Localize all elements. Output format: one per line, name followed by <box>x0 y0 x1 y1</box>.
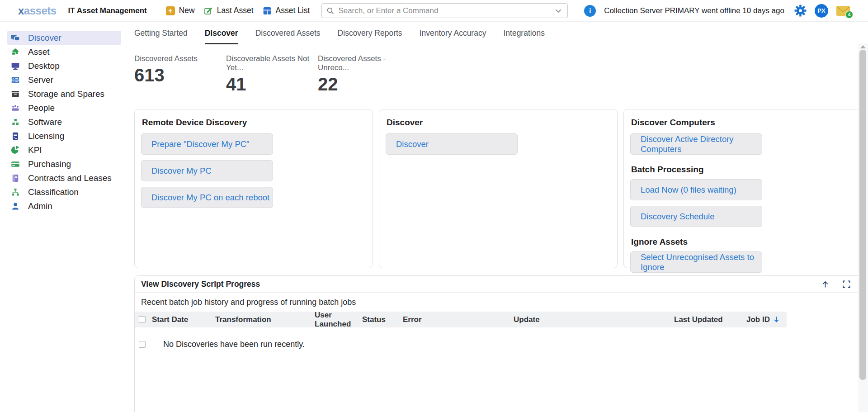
sidebar-item-server[interactable]: Server <box>7 73 121 87</box>
panel-subtitle: Recent batch job history and progress of… <box>135 293 862 312</box>
column-update[interactable]: Update <box>514 315 674 324</box>
xassets-logo[interactable]: xassets <box>18 5 57 17</box>
stat-discoverable-not-yet: Discoverable Assets Not Yet... 41 <box>226 54 318 94</box>
card-title: Discover <box>387 118 611 128</box>
home-icon <box>11 47 20 57</box>
topbar-right: i Collection Server PRIMARY went offline… <box>584 4 868 18</box>
column-transformation[interactable]: Transformation <box>215 315 315 324</box>
layout: Discover Asset Desktop Server Storage an… <box>0 22 868 412</box>
sidebar-item-kpi[interactable]: KPI <box>7 143 121 157</box>
column-start-date[interactable]: Start Date <box>152 315 215 324</box>
sidebar-item-contracts-and-leases[interactable]: Contracts and Leases <box>7 171 121 185</box>
column-job-id-label: Job ID <box>746 315 770 324</box>
stat-value: 22 <box>318 75 410 94</box>
vertical-scrollbar[interactable] <box>858 43 868 412</box>
search-box[interactable] <box>321 3 568 18</box>
panel-header: View Discovery Script Progress <box>135 276 862 293</box>
sidebar-label: Licensing <box>28 131 64 141</box>
stats-row: Discovered Assets 613 Discoverable Asset… <box>134 54 868 94</box>
arrow-up-icon[interactable] <box>821 280 830 289</box>
asset-list-button[interactable]: Asset List <box>263 6 310 15</box>
sidebar-item-people[interactable]: People <box>7 101 121 115</box>
sidebar-label: Admin <box>28 201 52 211</box>
scrollbar-thumb[interactable] <box>859 50 866 380</box>
cards-row: Remote Device Discovery Prepare "Discove… <box>134 109 868 268</box>
discovery-progress-panel: View Discovery Script Progress Recent ba… <box>134 275 862 412</box>
empty-table-row: No Discoveries have been run recently. <box>135 340 862 349</box>
expand-icon[interactable] <box>842 280 851 289</box>
tab-getting-started[interactable]: Getting Started <box>134 28 188 44</box>
empty-message: No Discoveries have been run recently. <box>163 340 305 349</box>
sidebar-item-storage-and-spares[interactable]: Storage and Spares <box>7 87 121 101</box>
panel-title: View Discovery Script Progress <box>141 279 260 289</box>
cubes-icon <box>11 118 20 127</box>
mail-badge: 4 <box>845 11 853 19</box>
column-error[interactable]: Error <box>403 315 514 324</box>
header-checkbox-cell <box>135 316 152 323</box>
org-chart-icon <box>11 188 20 197</box>
new-button-label: New <box>179 6 195 15</box>
info-icon[interactable]: i <box>584 5 596 17</box>
prepare-discover-my-pc-button[interactable]: Prepare "Discover My PC" <box>141 133 273 155</box>
monitor-icon <box>11 62 20 71</box>
edit-icon <box>204 6 213 15</box>
card-title: Ignore Assets <box>631 237 855 247</box>
sidebar-item-admin[interactable]: Admin <box>7 199 121 213</box>
scrollbar-up-arrow-icon[interactable] <box>860 45 866 48</box>
tab-bar: Getting Started Discover Discovered Asse… <box>134 28 868 44</box>
column-status[interactable]: Status <box>362 315 403 324</box>
sidebar-label: Server <box>28 75 53 85</box>
column-last-updated[interactable]: Last Updated <box>674 315 746 324</box>
sort-desc-icon <box>773 316 780 323</box>
table-icon <box>263 6 272 15</box>
sidebar-label: Storage and Spares <box>28 89 104 99</box>
sidebar-item-asset[interactable]: Asset <box>7 45 121 59</box>
credit-card-icon <box>11 160 20 169</box>
search-icon <box>326 7 335 15</box>
chevron-down-icon[interactable] <box>554 6 563 15</box>
card-discover: Discover Discover <box>379 109 618 268</box>
panel-toolbar <box>821 280 851 289</box>
card-title: Discover Computers <box>631 118 855 128</box>
avatar[interactable]: PX <box>815 4 828 18</box>
discover-my-pc-button[interactable]: Discover My PC <box>141 160 273 181</box>
discover-my-pc-reboot-button[interactable]: Discover My PC on each reboot <box>141 187 273 208</box>
card-title: Batch Processing <box>631 165 855 175</box>
card-discover-computers: Discover Computers Discover Active Direc… <box>623 109 862 268</box>
stat-value: 613 <box>134 66 226 85</box>
tab-integrations[interactable]: Integrations <box>503 28 544 44</box>
last-asset-button[interactable]: Last Asset <box>204 6 254 15</box>
sidebar: Discover Asset Desktop Server Storage an… <box>0 22 125 412</box>
load-now-button[interactable]: Load Now (0 files waiting) <box>630 179 762 200</box>
main-content: Getting Started Discover Discovered Asse… <box>125 22 868 412</box>
column-job-id[interactable]: Job ID <box>746 315 787 324</box>
mail-icon[interactable]: 4 <box>836 6 850 16</box>
stat-value: 41 <box>226 75 318 94</box>
sidebar-label: KPI <box>28 145 42 155</box>
discover-button[interactable]: Discover <box>386 133 518 155</box>
sidebar-item-discover[interactable]: Discover <box>7 31 121 45</box>
last-asset-label: Last Asset <box>217 6 254 15</box>
select-all-checkbox[interactable] <box>139 316 146 323</box>
notification-text: Collection Server PRIMARY went offline 1… <box>604 6 784 15</box>
sidebar-item-classification[interactable]: Classification <box>7 185 121 199</box>
select-unrecognised-button[interactable]: Select Unrecognised Assets to Ignore <box>630 251 762 273</box>
tab-discovered-assets[interactable]: Discovered Assets <box>255 28 321 44</box>
sidebar-item-desktop[interactable]: Desktop <box>7 59 121 73</box>
discover-ad-computers-button[interactable]: Discover Active Directory Computers <box>630 133 762 155</box>
gear-icon[interactable] <box>794 5 807 17</box>
sidebar-item-licensing[interactable]: Licensing <box>7 129 121 143</box>
sidebar-item-software[interactable]: Software <box>7 115 121 129</box>
sidebar-label: Discover <box>28 33 61 43</box>
person-icon <box>11 202 20 211</box>
tab-inventory-accuracy[interactable]: Inventory Accuracy <box>420 28 486 44</box>
column-user-launched[interactable]: User Launched <box>315 311 362 329</box>
sidebar-item-purchasing[interactable]: Purchasing <box>7 157 121 171</box>
tab-discover[interactable]: Discover <box>205 28 238 44</box>
row-checkbox[interactable] <box>139 341 146 348</box>
tab-discovery-reports[interactable]: Discovery Reports <box>338 28 402 44</box>
discovery-schedule-button[interactable]: Discovery Schedule <box>630 206 762 227</box>
search-input[interactable] <box>338 6 554 15</box>
new-button[interactable]: + New <box>166 6 195 15</box>
server-icon <box>11 76 20 85</box>
